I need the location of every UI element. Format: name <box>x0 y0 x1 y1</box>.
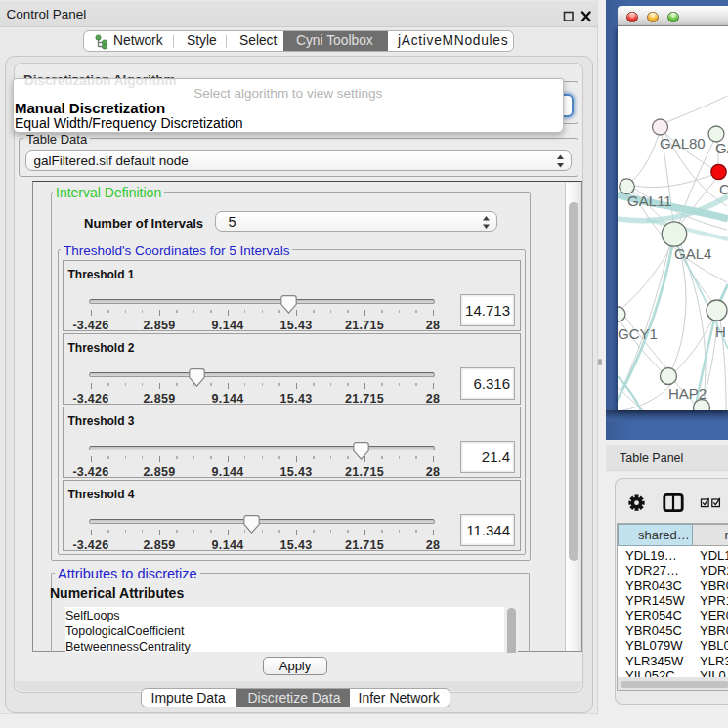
svg-text:GCY1: GCY1 <box>618 325 658 342</box>
svg-text:GAL80: GAL80 <box>660 135 706 151</box>
svg-text:GA: GA <box>715 140 728 156</box>
svg-text:GAL11: GAL11 <box>627 193 672 209</box>
svg-text:C: C <box>719 181 728 197</box>
svg-text:GAL4: GAL4 <box>674 245 711 262</box>
svg-text:HAP2: HAP2 <box>668 385 707 402</box>
svg-text:H: H <box>715 323 726 340</box>
